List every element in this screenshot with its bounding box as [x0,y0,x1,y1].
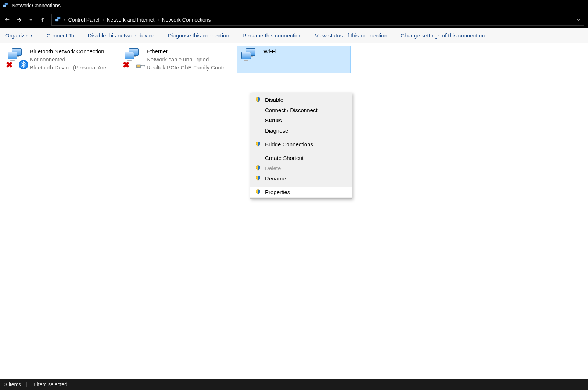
connection-labels: Wi-Fi [263,47,276,56]
error-icon: ✖ [6,61,13,69]
shield-icon [255,141,261,147]
nav-forward-button[interactable] [14,15,24,25]
context-menu-item[interactable]: Connect / Disconnect [250,105,352,115]
connection-status: Network cable unplugged [147,56,231,64]
ethernet-icon [136,64,145,69]
nav-recent-dropdown[interactable] [26,15,36,25]
breadcrumb-item-1[interactable]: Network and Internet [107,17,155,23]
shield-icon [255,189,261,195]
connection-item[interactable]: Wi-Fi [237,46,351,73]
network-connections-icon [2,2,9,9]
context-menu-item[interactable]: Bridge Connections [250,139,352,149]
context-menu-item-label: Disable [265,97,283,103]
context-menu-item-label: Create Shortcut [265,155,304,161]
bc-sep: › [103,17,104,22]
svg-rect-7 [139,65,140,67]
svg-rect-0 [5,3,8,5]
context-menu-item[interactable]: Status [250,115,352,125]
context-menu-item-label: Diagnose [265,128,288,134]
connection-item[interactable]: ✖EthernetNetwork cable unpluggedRealtek … [120,46,234,73]
context-menu-item[interactable]: Diagnose [250,125,352,136]
view-status-button[interactable]: View status of this connection [315,32,387,39]
breadcrumb-item-0[interactable]: Control Panel [68,17,100,23]
connections-list: ✖Bluetooth Network ConnectionNot connect… [0,43,588,75]
connection-name: Bluetooth Network Connection [30,47,114,56]
context-menu-item[interactable]: Create Shortcut [250,153,352,163]
shield-icon [255,165,261,171]
navbar: › Control Panel › Network and Internet ›… [0,11,588,28]
titlebar: Network Connections [0,0,588,11]
organize-button[interactable]: Organize ▼ [5,32,33,39]
address-bar-icon [55,17,61,23]
connect-to-button[interactable]: Connect To [47,32,75,39]
connection-labels: EthernetNetwork cable unpluggedRealtek P… [147,47,231,71]
svg-rect-6 [138,65,139,67]
command-bar: Organize ▼ Connect To Disable this netwo… [0,28,588,43]
bluetooth-icon [19,60,28,69]
connection-labels: Bluetooth Network ConnectionNot connecte… [30,47,114,71]
svg-rect-2 [57,17,60,19]
chevron-down-icon: ▼ [30,33,33,37]
status-separator: | [72,382,74,387]
shield-icon [255,175,261,181]
organize-label: Organize [5,32,28,39]
connection-name: Ethernet [147,47,231,56]
diagnose-connection-button[interactable]: Diagnose this connection [168,32,229,39]
bc-sep: › [64,17,65,23]
connection-item[interactable]: ✖Bluetooth Network ConnectionNot connect… [3,46,117,73]
breadcrumb: Control Panel › Network and Internet › N… [68,17,211,23]
context-menu-item-label: Rename [265,175,286,182]
connection-device: Realtek PCIe GbE Family Controller [147,64,231,72]
network-adapter-icon: ✖ [122,47,144,69]
nav-back-button[interactable] [2,15,12,25]
nav-up-button[interactable] [37,15,48,25]
context-menu-item-label: Bridge Connections [265,141,313,147]
context-menu-divider [254,137,348,137]
context-menu: DisableConnect / DisconnectStatusDiagnos… [250,93,352,199]
context-menu-item[interactable]: Rename [250,173,352,183]
rename-connection-button[interactable]: Rename this connection [243,32,302,39]
network-adapter-icon [239,47,261,69]
error-icon: ✖ [122,61,130,69]
window-title: Network Connections [12,3,61,8]
bc-sep: › [157,17,159,22]
connection-name: Wi-Fi [263,47,276,56]
content-area: ✖Bluetooth Network ConnectionNot connect… [0,43,588,379]
context-menu-item-label: Status [265,117,282,124]
breadcrumb-item-2[interactable]: Network Connections [162,17,211,23]
status-bar: 3 items | 1 item selected | [0,379,588,390]
status-selection: 1 item selected [33,382,67,387]
context-menu-divider [254,185,348,185]
connection-status: Not connected [30,56,114,64]
disable-device-button[interactable]: Disable this network device [87,32,154,39]
change-settings-button[interactable]: Change settings of this connection [401,32,485,39]
context-menu-item: Delete [250,163,352,173]
context-menu-item[interactable]: Disable [250,94,352,105]
context-menu-item-label: Properties [265,189,290,195]
context-menu-item[interactable]: Properties [250,187,352,197]
svg-rect-1 [3,5,6,7]
address-bar[interactable]: › Control Panel › Network and Internet ›… [51,14,584,26]
svg-rect-3 [55,19,58,21]
svg-rect-5 [137,65,138,67]
network-adapter-icon: ✖ [6,47,28,69]
status-item-count: 3 items [4,382,21,387]
status-separator: | [26,382,28,387]
context-menu-item-label: Delete [265,165,281,171]
shield-icon [255,97,261,103]
address-bar-dropdown[interactable] [576,17,581,22]
connection-device: Bluetooth Device (Personal Area ... [30,64,114,72]
context-menu-item-label: Connect / Disconnect [265,107,318,113]
context-menu-divider [254,151,348,151]
